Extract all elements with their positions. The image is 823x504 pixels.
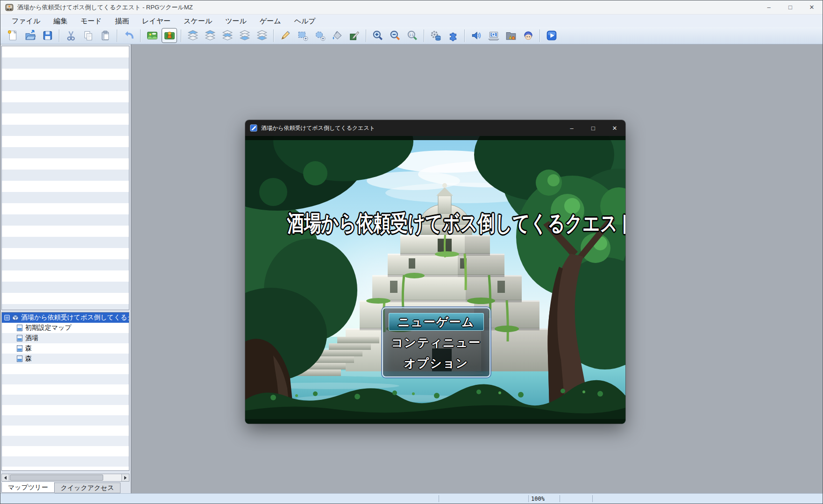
new-project-button[interactable] xyxy=(5,28,21,43)
sidebar: − 酒場から依頼受けてボス倒してくるクエスト 初期設定マップ酒場森森 マップツリ… xyxy=(0,44,131,493)
zoom-in-button[interactable] xyxy=(370,28,385,43)
layer-3-button[interactable] xyxy=(237,28,252,43)
map-tree-item-label: 酒場 xyxy=(25,334,38,342)
command-options[interactable]: オプション xyxy=(389,354,484,372)
sound-icon xyxy=(470,29,482,42)
layer-4-icon xyxy=(256,29,268,42)
tree-horizontal-scrollbar[interactable] xyxy=(1,474,129,482)
tile-palette-panel[interactable] xyxy=(1,46,129,310)
toolbar-separator xyxy=(539,29,540,42)
collapse-icon[interactable]: − xyxy=(4,315,10,320)
editor-titlebar: 酒場から依頼受けてボス倒してくるクエスト - RPGツクールMZ – □ ✕ xyxy=(0,0,823,14)
pencil-icon xyxy=(279,29,291,42)
flood-fill-tool-button[interactable] xyxy=(329,28,345,43)
toolbar-separator xyxy=(59,29,59,42)
maximize-button[interactable]: □ xyxy=(780,0,801,14)
map-icon xyxy=(16,345,23,352)
map-tree-item[interactable]: 森 xyxy=(2,343,129,354)
map-icon xyxy=(16,334,23,342)
rpg-maker-mz-window: 酒場から依頼受けてボス倒してくるクエスト - RPGツクールMZ – □ ✕ フ… xyxy=(0,0,823,504)
new-project-icon xyxy=(7,29,19,42)
zoom-in-icon xyxy=(372,29,384,42)
cut-button[interactable] xyxy=(63,28,78,43)
resource-manager-button[interactable] xyxy=(503,28,518,43)
sound-test-button[interactable] xyxy=(468,28,484,43)
event-searcher-button[interactable] xyxy=(486,28,501,43)
undo-button[interactable] xyxy=(121,28,136,43)
scroll-left-icon[interactable] xyxy=(2,474,9,481)
game-close-button[interactable]: ✕ xyxy=(604,120,625,136)
menu-item-game[interactable]: ゲーム xyxy=(253,14,288,27)
ellipse-tool-button[interactable] xyxy=(312,28,327,43)
map-tree-root[interactable]: − 酒場から依頼受けてボス倒してくるクエスト xyxy=(2,312,129,323)
zoom-out-button[interactable] xyxy=(387,28,403,43)
menu-item-help[interactable]: ヘルプ xyxy=(288,14,322,27)
open-project-button[interactable] xyxy=(22,28,38,43)
flood-fill-icon xyxy=(331,29,343,42)
copy-button[interactable] xyxy=(80,28,96,43)
status-separator xyxy=(439,495,439,502)
layer-1-icon xyxy=(204,29,216,42)
svg-text:1:1: 1:1 xyxy=(409,33,413,36)
rectangle-tool-button[interactable] xyxy=(295,28,310,43)
tab-quick-access[interactable]: クイックアクセス xyxy=(55,483,121,493)
map-canvas[interactable]: 酒場から依頼受けてボス倒してくるクエスト – □ ✕ xyxy=(131,44,823,493)
tab-map-tree[interactable]: マップツリー xyxy=(1,482,55,493)
menu-item-tools[interactable]: ツール xyxy=(219,14,253,27)
menu-item-edit[interactable]: 編集 xyxy=(47,14,74,27)
layer-auto-button[interactable] xyxy=(185,28,200,43)
game-minimize-button[interactable]: – xyxy=(561,120,582,136)
cut-icon xyxy=(65,29,77,42)
paste-button[interactable] xyxy=(98,28,113,43)
playtest-button[interactable] xyxy=(544,28,559,43)
event-mode-button[interactable] xyxy=(162,28,177,43)
status-separator xyxy=(592,495,593,502)
plugin-manager-button[interactable] xyxy=(445,28,461,43)
shadow-pen-tool-button[interactable] xyxy=(347,28,362,43)
menu-item-mode[interactable]: モード xyxy=(74,14,108,27)
pencil-tool-button[interactable] xyxy=(277,28,293,43)
game-window-titlebar[interactable]: 酒場から依頼受けてボス倒してくるクエスト – □ ✕ xyxy=(245,120,625,136)
command-continue[interactable]: コンティニュー xyxy=(389,334,484,351)
layer-0-icon xyxy=(187,29,199,42)
save-project-icon xyxy=(42,29,54,42)
command-new-game[interactable]: ニューゲーム xyxy=(389,313,484,331)
map-tree-panel: − 酒場から依頼受けてボス倒してくるクエスト 初期設定マップ酒場森森 xyxy=(1,312,129,471)
toolbar-separator xyxy=(140,29,141,42)
map-mode-button[interactable] xyxy=(144,28,160,43)
layer-1-button[interactable] xyxy=(202,28,218,43)
menu-item-scale[interactable]: スケール xyxy=(177,14,219,27)
menu-item-layer[interactable]: レイヤー xyxy=(135,14,177,27)
status-separator xyxy=(560,495,560,502)
zoom-actual-button[interactable]: 1:1 xyxy=(404,28,420,43)
rect-select-icon xyxy=(297,29,309,42)
toolbar-separator xyxy=(117,29,117,42)
map-tree-item[interactable]: 酒場 xyxy=(2,333,129,343)
database-button[interactable] xyxy=(428,28,443,43)
scroll-right-icon[interactable] xyxy=(121,474,129,481)
save-project-button[interactable] xyxy=(40,28,55,43)
game-maximize-button[interactable]: □ xyxy=(582,120,604,136)
layer-2-icon xyxy=(221,29,234,42)
minimize-button[interactable]: – xyxy=(758,0,780,14)
map-tree-item-label: 森 xyxy=(25,355,32,363)
scrollbar-thumb[interactable] xyxy=(10,475,103,481)
menu-item-draw[interactable]: 描画 xyxy=(108,14,135,27)
layer-4-button[interactable] xyxy=(254,28,270,43)
paste-icon xyxy=(99,29,112,42)
layer-2-button[interactable] xyxy=(220,28,235,43)
character-generator-button[interactable] xyxy=(520,28,536,43)
toolbar-separator xyxy=(273,29,274,42)
menu-item-file[interactable]: ファイル xyxy=(5,14,47,27)
close-button[interactable]: ✕ xyxy=(801,0,823,14)
resource-icon xyxy=(505,29,517,42)
game-app-icon xyxy=(250,124,257,132)
map-tree-item-label: 初期設定マップ xyxy=(25,324,71,332)
toolbar-separator xyxy=(464,29,465,42)
map-tree-item[interactable]: 森 xyxy=(2,354,129,364)
database-icon xyxy=(430,29,442,42)
title-command-window: ニューゲームコンティニューオプション xyxy=(382,307,490,377)
map-tree-item[interactable]: 初期設定マップ xyxy=(2,323,129,333)
map-icon xyxy=(16,355,23,362)
game-screen: 酒場から依頼受けてボス倒してくるクエスト ニューゲームコンティニューオプション xyxy=(245,136,625,424)
